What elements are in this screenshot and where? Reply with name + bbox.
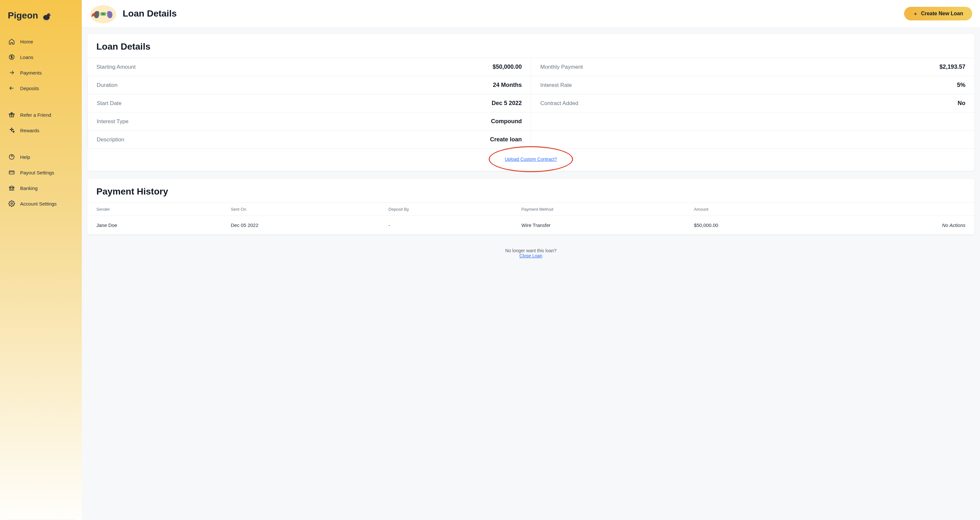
cell-actions: No Actions	[831, 216, 974, 235]
sidebar: Pigeon Home Loans	[0, 0, 82, 520]
svg-line-5	[47, 20, 48, 22]
dollar-circle-icon	[8, 54, 15, 60]
brand-name: Pigeon	[8, 10, 38, 21]
svg-point-11	[11, 203, 13, 205]
sidebar-item-label: Home	[20, 39, 33, 44]
detail-value: Compound	[491, 118, 522, 125]
detail-value: Dec 5 2022	[492, 100, 522, 107]
home-icon	[8, 38, 15, 45]
detail-empty	[531, 131, 974, 149]
table-header-row: Sender Sent On Deposit By Payment Method…	[87, 203, 974, 216]
sidebar-item-rewards[interactable]: Rewards	[3, 122, 79, 138]
nav-group-primary: Home Loans Payments Deposits	[3, 34, 79, 96]
content-area: Loan Details Starting Amount $50,000.00 …	[82, 27, 980, 520]
loan-birds-illustration-icon	[89, 3, 117, 24]
create-new-loan-button[interactable]: ＋ Create New Loan	[904, 7, 972, 21]
loan-details-grid: Starting Amount $50,000.00 Monthly Payme…	[87, 58, 974, 171]
detail-label: Monthly Payment	[540, 64, 583, 70]
svg-marker-3	[50, 15, 52, 16]
sidebar-item-label: Help	[20, 154, 30, 160]
detail-starting-amount: Starting Amount $50,000.00	[87, 58, 531, 76]
sidebar-item-refer[interactable]: Refer a Friend	[3, 107, 79, 122]
sidebar-item-help[interactable]: Help	[3, 149, 79, 165]
sidebar-item-label: Payments	[20, 70, 42, 76]
payment-history-card: Payment History Sender Sent On Deposit B…	[87, 178, 975, 235]
cell-deposit-by: -	[379, 216, 512, 235]
cell-amount: $50,000.00	[685, 216, 831, 235]
sidebar-item-label: Refer a Friend	[20, 112, 51, 118]
table-row: Jane Doe Dec 05 2022 - Wire Transfer $50…	[87, 216, 974, 235]
detail-value: 5%	[957, 82, 966, 89]
svg-point-16	[102, 13, 104, 15]
nav-group-rewards: Refer a Friend Rewards	[3, 107, 79, 138]
sparkle-icon	[8, 127, 15, 133]
loan-details-card: Loan Details Starting Amount $50,000.00 …	[87, 33, 975, 171]
detail-value: $2,193.57	[939, 63, 966, 70]
close-loan-prompt: No longer want this loan?	[87, 248, 975, 253]
upload-contract-row: Upload Custom Contract?	[87, 149, 974, 171]
col-payment-method: Payment Method	[512, 203, 685, 216]
detail-monthly-payment: Monthly Payment $2,193.57	[531, 58, 974, 76]
col-actions	[831, 203, 974, 216]
sidebar-item-banking[interactable]: Banking	[3, 180, 79, 196]
detail-label: Duration	[97, 82, 118, 89]
close-loan-block: No longer want this loan? Close Loan	[87, 242, 975, 260]
create-button-label: Create New Loan	[921, 11, 963, 16]
col-deposit-by: Deposit By	[379, 203, 512, 216]
col-amount: Amount	[685, 203, 831, 216]
detail-interest-rate: Interest Rate 5%	[531, 76, 974, 94]
payment-history-table: Sender Sent On Deposit By Payment Method…	[87, 203, 974, 235]
sidebar-item-deposits[interactable]: Deposits	[3, 81, 79, 96]
topbar: Loan Details ＋ Create New Loan	[82, 0, 980, 27]
nav-group-settings: Help Payout Settings Banking Account Set…	[3, 149, 79, 211]
cell-method: Wire Transfer	[512, 216, 685, 235]
main: Loan Details ＋ Create New Loan Loan Deta…	[82, 0, 980, 520]
detail-duration: Duration 24 Months	[87, 76, 531, 94]
sidebar-item-label: Loans	[20, 54, 33, 60]
gear-icon	[8, 200, 15, 207]
detail-description: Description Create loan	[87, 131, 531, 149]
detail-label: Interest Rate	[540, 82, 572, 89]
close-loan-link[interactable]: Close Loan	[520, 253, 542, 258]
col-sender: Sender	[87, 203, 222, 216]
brand[interactable]: Pigeon	[3, 6, 79, 32]
svg-point-2	[49, 14, 50, 15]
detail-value: No	[958, 100, 966, 107]
sidebar-item-account-settings[interactable]: Account Settings	[3, 196, 79, 211]
sidebar-item-label: Banking	[20, 185, 38, 191]
cell-sent-on: Dec 05 2022	[222, 216, 379, 235]
bank-icon	[8, 185, 15, 191]
sidebar-item-label: Account Settings	[20, 201, 57, 206]
detail-start-date: Start Date Dec 5 2022	[87, 94, 531, 113]
card-title: Loan Details	[87, 34, 974, 58]
pigeon-logo-icon	[40, 9, 53, 22]
detail-contract-added: Contract Added No	[531, 94, 974, 113]
upload-custom-contract-link[interactable]: Upload Custom Contract?	[504, 157, 557, 162]
arrow-right-icon	[8, 70, 15, 76]
detail-label: Contract Added	[540, 100, 578, 107]
sidebar-item-label: Payout Settings	[20, 170, 54, 175]
detail-value: 24 Months	[493, 82, 522, 89]
detail-label: Start Date	[97, 100, 122, 107]
card-icon	[8, 169, 15, 176]
sidebar-item-label: Deposits	[20, 86, 39, 91]
arrow-left-icon	[8, 85, 15, 92]
card-title: Payment History	[87, 179, 974, 203]
help-circle-icon	[8, 154, 15, 160]
detail-empty	[531, 113, 974, 131]
col-sent-on: Sent On	[222, 203, 379, 216]
detail-label: Interest Type	[97, 118, 129, 125]
svg-line-4	[45, 20, 45, 22]
detail-label: Starting Amount	[96, 64, 136, 70]
sidebar-item-label: Rewards	[20, 128, 39, 133]
sidebar-item-payments[interactable]: Payments	[3, 65, 79, 81]
plus-icon: ＋	[913, 11, 918, 16]
sidebar-item-home[interactable]: Home	[3, 34, 79, 49]
sidebar-item-payout-settings[interactable]: Payout Settings	[3, 165, 79, 180]
detail-value: $50,000.00	[493, 63, 522, 70]
gift-icon	[8, 111, 15, 118]
sidebar-item-loans[interactable]: Loans	[3, 49, 79, 65]
svg-rect-10	[10, 171, 14, 174]
detail-value: Create loan	[490, 136, 522, 143]
svg-point-1	[47, 13, 50, 16]
